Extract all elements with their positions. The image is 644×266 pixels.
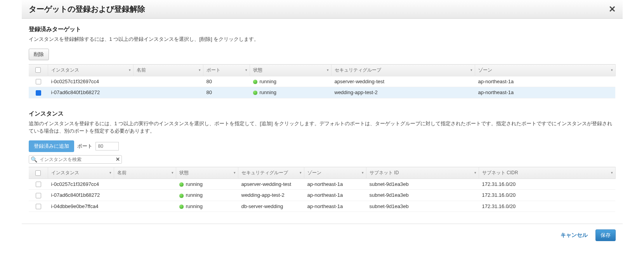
available-title: インスタンス [29, 110, 616, 117]
available-section: インスタンス 追加のインスタンスを登録するには、1 つ以上の実行中のインスタンス… [29, 110, 616, 212]
cell-instance: i-07ad6c840f1b68272 [48, 87, 134, 98]
cell-zone: ap-northeast-1a [475, 87, 616, 98]
row-checkbox[interactable] [36, 193, 41, 198]
cell-sg: wedding-app-test-2 [238, 190, 304, 201]
row-checkbox[interactable] [36, 90, 41, 96]
cell-name [114, 201, 176, 212]
col-instance[interactable]: インスタンス▾ [48, 167, 114, 178]
col-port[interactable]: ポート▾ [203, 64, 250, 76]
caret-down-icon: ▾ [327, 68, 329, 72]
available-table: インスタンス▾ 名前▾ 状態▾ セキュリティグループ▾ ゾーン▾ サブネット I… [29, 167, 616, 212]
registered-table: インスタンス▾ 名前▾ ポート▾ 状態▾ セキュリティグループ▾ ゾーン▾ i-… [29, 64, 616, 98]
caret-down-icon: ▾ [611, 171, 613, 175]
cell-zone: ap-northeast-1a [475, 76, 616, 87]
row-checkbox[interactable] [36, 79, 41, 84]
search-input[interactable] [39, 156, 120, 163]
registered-title: 登録済みターゲット [29, 26, 616, 33]
cell-subnet-cidr: 172.31.16.0/20 [479, 178, 616, 190]
col-sg[interactable]: セキュリティグループ▾ [238, 167, 304, 178]
cell-subnet-id: subnet-9d1ea3eb [366, 190, 479, 201]
table-row[interactable]: i-0c0257c1f32697cc480runningapserver-wed… [29, 76, 616, 87]
select-all-registered[interactable] [29, 64, 48, 76]
cell-port: 80 [203, 87, 250, 98]
cell-subnet-cidr: 172.31.16.0/20 [479, 201, 616, 212]
status-dot-icon [179, 205, 184, 209]
available-desc: 追加のインスタンスを登録するには、1 つ以上の実行中のインスタンスを選択し、ポー… [29, 120, 616, 135]
cell-port: 80 [203, 76, 250, 87]
cell-instance: i-07ad6c840f1b68272 [48, 190, 114, 201]
caret-down-icon: ▾ [129, 68, 131, 72]
dialog-footer: キャンセル 保存 [22, 224, 623, 247]
add-to-registered-button[interactable]: 登録済みに追加 [29, 140, 74, 152]
cell-sg: db-server-wedding [238, 201, 304, 212]
status-dot-icon [179, 194, 184, 198]
cancel-button[interactable]: キャンセル [561, 232, 588, 238]
remove-button[interactable]: 削除 [29, 49, 49, 60]
cell-status: running [250, 87, 332, 98]
cell-zone: ap-northeast-1a [304, 190, 366, 201]
cell-subnet-cidr: 172.31.16.0/20 [479, 190, 616, 201]
col-name[interactable]: 名前▾ [114, 167, 176, 178]
close-icon[interactable]: ✕ [609, 5, 616, 14]
cell-name [114, 190, 176, 201]
status-dot-icon [179, 182, 184, 187]
cell-sg: apserver-wedding-test [332, 76, 475, 87]
registered-desc: インスタンスを登録解除するには、1 つ以上の登録インスタンスを選択し、[削除] … [29, 35, 616, 43]
cell-sg: apserver-wedding-test [238, 178, 304, 190]
cell-zone: ap-northeast-1a [304, 201, 366, 212]
register-targets-dialog: ターゲットの登録および登録解除 ✕ 登録済みターゲット インスタンスを登録解除す… [22, 0, 623, 247]
caret-down-icon: ▾ [362, 171, 364, 175]
cell-instance: i-0c0257c1f32697cc4 [48, 178, 114, 190]
row-checkbox[interactable] [36, 182, 41, 187]
cell-status: running [176, 178, 238, 190]
cell-status: running [176, 190, 238, 201]
cell-sg: wedding-app-test-2 [332, 87, 475, 98]
col-zone[interactable]: ゾーン▾ [304, 167, 366, 178]
caret-down-icon: ▾ [234, 171, 236, 175]
row-checkbox[interactable] [36, 204, 41, 209]
caret-down-icon: ▾ [245, 68, 247, 72]
dialog-title: ターゲットの登録および登録解除 [29, 4, 145, 14]
table-row[interactable]: i-04dbbe9e0be7ffca4runningdb-server-wedd… [29, 201, 616, 212]
col-status[interactable]: 状態▾ [176, 167, 238, 178]
col-subnet-cidr[interactable]: サブネット CIDR▾ [479, 167, 616, 178]
col-status[interactable]: 状態▾ [250, 64, 332, 76]
caret-down-icon: ▾ [611, 68, 613, 72]
cell-subnet-id: subnet-9d1ea3eb [366, 201, 479, 212]
port-label: ポート [77, 143, 92, 150]
dialog-header: ターゲットの登録および登録解除 ✕ [22, 0, 623, 19]
col-name[interactable]: 名前▾ [134, 64, 203, 76]
cell-subnet-id: subnet-9d1ea3eb [366, 178, 479, 190]
port-input[interactable] [95, 142, 119, 150]
cell-name [134, 87, 203, 98]
cell-status: running [250, 76, 332, 87]
cell-name [134, 76, 203, 87]
search-icon: 🔍 [31, 156, 37, 163]
clear-search-icon[interactable]: ✕ [116, 156, 120, 162]
caret-down-icon: ▾ [474, 171, 476, 175]
col-subnet-id[interactable]: サブネット ID▾ [366, 167, 479, 178]
status-dot-icon [253, 91, 257, 95]
table-row[interactable]: i-07ad6c840f1b68272runningwedding-app-te… [29, 190, 616, 201]
save-button[interactable]: 保存 [595, 229, 616, 241]
caret-down-icon: ▾ [199, 68, 201, 72]
table-row[interactable]: i-0c0257c1f32697cc4runningapserver-weddi… [29, 178, 616, 190]
caret-down-icon: ▾ [172, 171, 174, 175]
caret-down-icon: ▾ [109, 171, 111, 175]
cell-name [114, 178, 176, 190]
select-all-available[interactable] [29, 167, 48, 178]
caret-down-icon: ▾ [300, 171, 302, 175]
col-zone[interactable]: ゾーン▾ [475, 64, 616, 76]
cell-instance: i-04dbbe9e0be7ffca4 [48, 201, 114, 212]
registered-section: 登録済みターゲット インスタンスを登録解除するには、1 つ以上の登録インスタンス… [29, 26, 616, 98]
table-row[interactable]: i-07ad6c840f1b6827280runningwedding-app-… [29, 87, 616, 98]
cell-instance: i-0c0257c1f32697cc4 [48, 76, 134, 87]
cell-status: running [176, 201, 238, 212]
caret-down-icon: ▾ [470, 68, 472, 72]
col-sg[interactable]: セキュリティグループ▾ [332, 64, 475, 76]
status-dot-icon [253, 80, 257, 84]
col-instance[interactable]: インスタンス▾ [48, 64, 134, 76]
search-wrap: 🔍 ✕ [29, 155, 122, 164]
cell-zone: ap-northeast-1a [304, 178, 366, 190]
